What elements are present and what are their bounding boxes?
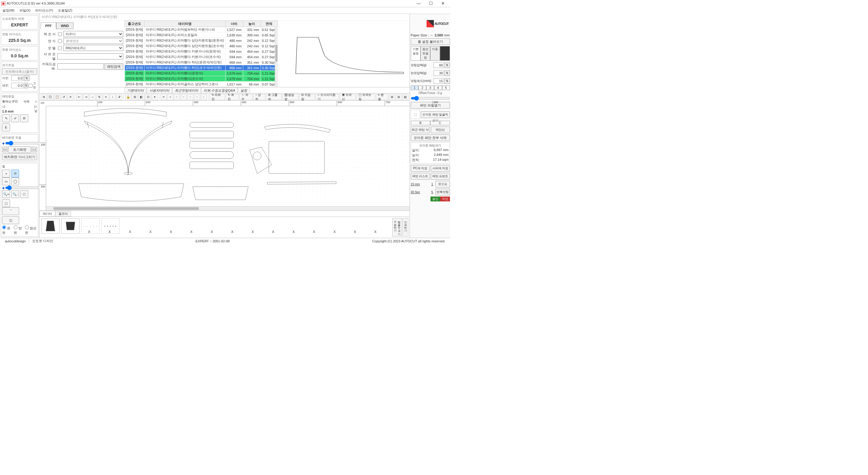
channel-c[interactable]: C (430, 121, 450, 125)
toolbar-btn-20[interactable]: ━ (161, 94, 167, 100)
lock-ratio-checkbox[interactable] (29, 84, 32, 88)
toolbar-btn-11[interactable]: ↕ (110, 94, 116, 100)
toolbar-btn-15[interactable]: ⊞ (132, 94, 138, 100)
zoom-in-icon[interactable]: 🔍+ (2, 190, 10, 198)
repeat-cut-button[interactable]: 반복컷팅 (435, 189, 450, 195)
view-last-button[interactable]: ▷| (32, 147, 37, 152)
close-button[interactable]: ✕ (437, 1, 449, 7)
channel-b[interactable]: B (411, 121, 431, 125)
table-row[interactable]: [2019-현재]아우디 R8(2세대,FL) 리어휀다 하단(조수석/파인핏)… (125, 65, 278, 71)
toolbar-btn-3[interactable]: ↺ (61, 94, 67, 100)
toolbar-btn-9[interactable]: ⇅ (96, 94, 102, 100)
delete-all-button[interactable]: 모아둔 패턴 전부 삭제 (411, 134, 450, 141)
submodel-select[interactable] (57, 54, 123, 60)
toolbar-btn-24[interactable]: ▫ (187, 94, 193, 100)
toolbar-btn-32[interactable]: ⊞ 그룹화 (266, 94, 282, 100)
cut-pressure-step-icon[interactable]: ⇅ (444, 63, 450, 68)
canvas-h-scrollbar[interactable] (46, 206, 409, 210)
tool-rotate-icon[interactable]: ⟳ (11, 170, 19, 177)
zoom-all-button[interactable]: 전체확대축소(출력) (2, 68, 37, 75)
side-button-resize[interactable]: 템플릿 크기 조절하기 (392, 218, 402, 237)
half-pressure-step-icon[interactable]: ⇅ (444, 70, 450, 76)
search-button[interactable]: 패턴검색 (104, 63, 123, 70)
toolbar-btn-35[interactable]: ⟐ 모서리다듬기 (315, 94, 339, 100)
tab-editor[interactable]: 에디터 (39, 211, 55, 216)
toolbar-btn-33[interactable]: ▦ 합집합 (282, 94, 299, 100)
maker-select[interactable]: 아우디 (63, 31, 123, 37)
brush-a-icon[interactable]: ✎ (2, 114, 10, 122)
pattern-list-button[interactable]: 패턴 리스트 (411, 173, 430, 179)
toolbar-btn-36[interactable]: ▣ 외곽선 (340, 94, 356, 100)
table-row[interactable]: [2019-현재]아우디 R8(2세대,FL) 리어휀다 하단(운전석/파인핏)… (125, 60, 278, 65)
side-button-print[interactable]: 인쇄하기 (403, 218, 408, 237)
save-server-button[interactable]: 서버에 저장 (431, 165, 450, 172)
tool-split-icon[interactable]: ◫ (2, 216, 19, 224)
cut-dash-radio[interactable]: 점선컷 (25, 225, 37, 235)
brush-b-icon[interactable]: ✐ (11, 114, 19, 122)
height-step-icon[interactable]: ⇅ (24, 83, 28, 88)
table-row[interactable]: [2019-현재]아우디 R8(2세대,FL) 리어휀다 상단카본트림(조수석)… (125, 43, 278, 49)
table-row[interactable]: [2019-현재]아우디 R8(2세대,FL) 리어휀다(운전석)1,579 m… (125, 71, 278, 76)
collapse-icon[interactable]: ᐱ (35, 100, 37, 103)
toolbar-btn-26[interactable]: ▫ (201, 94, 207, 100)
menu-file[interactable]: 파일(X) (18, 8, 32, 13)
tool-add-icon[interactable]: ＋ (2, 170, 10, 177)
table-row[interactable]: [2019-현재]아우디 R8(2세대,FL) 리어휀다 카본가니쉬(조수석)5… (125, 54, 278, 60)
toolbar-btn-4[interactable]: ✕ (67, 94, 73, 100)
delete-recent-button[interactable]: 최근 패턴 삭제 (411, 127, 430, 133)
cut-full-radio[interactable]: 완 컷 (2, 225, 12, 235)
cutline-button[interactable]: 재단선 (431, 127, 450, 133)
height-input[interactable] (11, 83, 23, 88)
menu-help[interactable]: 도움말(Z) (57, 8, 73, 13)
rtab-move[interactable]: 이동 (430, 46, 440, 61)
queue-item-1[interactable] (41, 218, 60, 234)
table-row[interactable]: [2019-현재]아우디 R8(2세대,FL) 리어휀다(조수석)1,579 m… (125, 76, 278, 81)
toolbar-btn-30[interactable]: ↔ 좌우 (239, 94, 253, 100)
table-row[interactable]: [2019-현재]아우디 R8(2세대,FL) 리어스포일러1,639 mm39… (125, 32, 278, 38)
save-pc-button[interactable]: PC에 저장 (411, 165, 430, 172)
repeat-interval[interactable]: 30 Sec (411, 191, 429, 194)
toolbar-btn-38[interactable]: ≡ 분할 (376, 94, 388, 100)
toolbar-btn-39[interactable]: ⊞ (389, 94, 395, 100)
keyword-input[interactable] (57, 63, 103, 69)
tab-wnd[interactable]: WND (56, 23, 73, 29)
toolbar-btn-21[interactable]: ▪ (167, 94, 173, 100)
table-row[interactable]: [2019-현재]아우디 R8(2세대,FL) 리어휀다 상단카본트림(운전석)… (125, 38, 278, 43)
menu-settings[interactable]: 설정(W) (1, 8, 16, 13)
cut-half-radio[interactable]: 반 컷 (14, 225, 24, 235)
year-checkbox[interactable] (58, 39, 62, 43)
toolbar-btn-2[interactable]: 📋 (54, 94, 60, 100)
next-icon[interactable]: ▷ (34, 104, 37, 109)
load-roll-button[interactable]: 롤 설정 불러오기 (411, 38, 450, 45)
preset-4[interactable]: 4 (434, 86, 442, 90)
subtab-4[interactable]: 설정 (238, 87, 250, 93)
rtab-dash[interactable]: 점선컷설정 (421, 46, 430, 61)
view-redraw-button[interactable]: 배치화면 다시그리기 (2, 154, 37, 160)
tool-round-rect-icon[interactable]: ▢ (2, 199, 10, 207)
toolbar-btn-1[interactable]: ⿻ (48, 94, 54, 100)
preset-5[interactable]: 5 (442, 86, 450, 90)
cut-speed-input[interactable] (434, 78, 444, 84)
tool-arc-icon[interactable]: ⌒ (2, 207, 19, 215)
toolbar-btn-10[interactable]: ≡ (103, 94, 109, 100)
tab-plotter[interactable]: 플로터 (55, 211, 71, 216)
prev-icon[interactable]: ◁ (2, 104, 5, 109)
toolbar-btn-34[interactable]: ⊟ 차집합 (299, 94, 315, 100)
preset-1[interactable]: 1 (411, 86, 418, 90)
table-row[interactable]: [2019-현재]아우디 R8(2세대,FL) 리어범퍼하단 카본가니쉬1,52… (125, 27, 278, 32)
zoom-out-icon[interactable]: 🔍- (11, 190, 19, 198)
view-reset-button[interactable]: 초기화면 (8, 146, 31, 153)
toolbar-btn-14[interactable]: 🔒 (125, 94, 131, 100)
toolbar-btn-18[interactable]: ▾ (152, 94, 158, 100)
table-scrollbar[interactable] (275, 27, 278, 87)
toolbar-btn-37[interactable]: ▢ 외곽트림 (356, 94, 375, 100)
toolbar-btn-0[interactable]: ⧉ (41, 94, 47, 100)
preset-2[interactable]: 2 (418, 86, 426, 90)
queue-item-2[interactable] (61, 218, 80, 234)
tool-circle-icon[interactable]: ◯ (11, 177, 19, 185)
expand-icon[interactable]: ᐯ (35, 109, 37, 113)
rtab-basic[interactable]: 기본설정 (411, 46, 421, 61)
toolbar-btn-28[interactable]: ↻ 좌회전 (210, 94, 225, 100)
menu-license[interactable]: 라이선스(Y) (34, 8, 54, 13)
toolbar-btn-40[interactable]: ⊞ (396, 94, 402, 100)
